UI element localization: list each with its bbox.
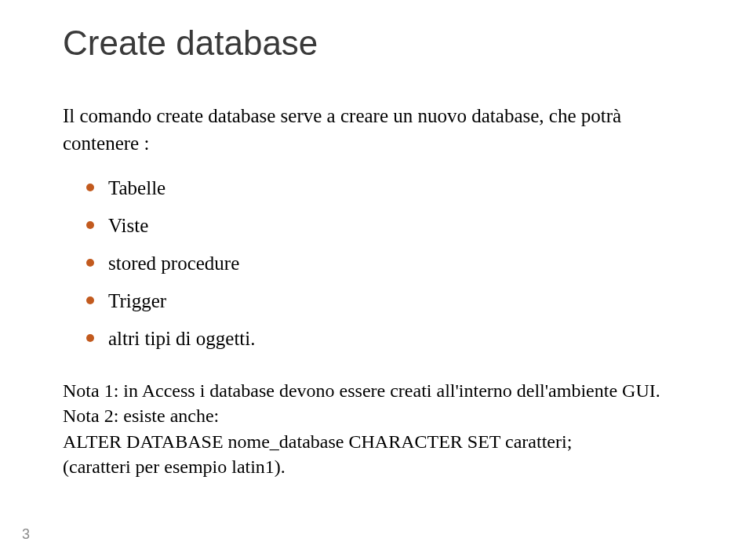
list-item: stored procedure — [86, 248, 698, 279]
note-line: Nota 2: esiste anche: — [63, 403, 698, 428]
intro-paragraph: Il comando create database serve a crear… — [63, 102, 698, 157]
list-item: altri tipi di oggetti. — [86, 323, 698, 355]
list-item: Tabelle — [86, 173, 698, 204]
notes-block: Nota 1: in Access i database devono esse… — [63, 378, 698, 480]
note-line: (caratteri per esempio latin1). — [63, 454, 698, 479]
note-line: ALTER DATABASE nome_database CHARACTER S… — [63, 429, 698, 454]
slide-title: Create database — [63, 24, 698, 63]
slide-container: Create database Il comando create databa… — [0, 0, 753, 560]
note-line: Nota 1: in Access i database devono esse… — [63, 378, 698, 403]
page-number: 3 — [22, 526, 30, 543]
list-item: Trigger — [86, 285, 698, 317]
list-item: Viste — [86, 210, 698, 242]
bullet-list: Tabelle Viste stored procedure Trigger a… — [86, 173, 698, 355]
